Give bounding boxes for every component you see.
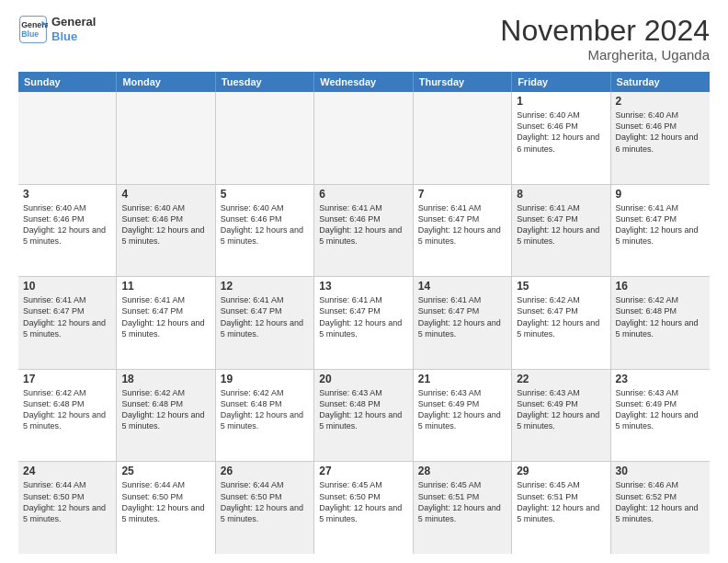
- title-block: November 2024 Margherita, Uganda: [500, 15, 710, 63]
- calendar-cell-day-8: 8Sunrise: 6:41 AM Sunset: 6:47 PM Daylig…: [512, 185, 610, 277]
- day-info: Sunrise: 6:41 AM Sunset: 6:47 PM Dayligh…: [418, 294, 506, 339]
- day-number: 20: [319, 373, 407, 385]
- calendar-header-day-saturday: Saturday: [611, 72, 710, 92]
- calendar-cell-day-19: 19Sunrise: 6:42 AM Sunset: 6:48 PM Dayli…: [216, 370, 314, 462]
- page: General Blue General Blue November 2024 …: [0, 0, 728, 563]
- calendar: SundayMondayTuesdayWednesdayThursdayFrid…: [18, 72, 710, 554]
- day-number: 8: [517, 188, 605, 201]
- day-number: 26: [221, 465, 309, 477]
- calendar-cell-day-11: 11Sunrise: 6:41 AM Sunset: 6:47 PM Dayli…: [117, 277, 215, 369]
- logo-text1: General: [51, 15, 96, 29]
- day-info: Sunrise: 6:42 AM Sunset: 6:48 PM Dayligh…: [221, 387, 309, 432]
- day-info: Sunrise: 6:43 AM Sunset: 6:49 PM Dayligh…: [418, 387, 506, 432]
- day-number: 29: [517, 465, 605, 477]
- calendar-body: 1Sunrise: 6:40 AM Sunset: 6:46 PM Daylig…: [18, 92, 710, 554]
- calendar-cell-day-29: 29Sunrise: 6:45 AM Sunset: 6:51 PM Dayli…: [512, 462, 610, 554]
- day-info: Sunrise: 6:44 AM Sunset: 6:50 PM Dayligh…: [221, 479, 309, 524]
- calendar-cell-day-17: 17Sunrise: 6:42 AM Sunset: 6:48 PM Dayli…: [18, 370, 117, 462]
- day-number: 28: [418, 465, 506, 477]
- calendar-cell-day-16: 16Sunrise: 6:42 AM Sunset: 6:48 PM Dayli…: [611, 277, 710, 369]
- day-number: 17: [23, 373, 111, 385]
- day-number: 5: [221, 188, 309, 201]
- day-info: Sunrise: 6:41 AM Sunset: 6:47 PM Dayligh…: [319, 294, 407, 339]
- logo-text2: Blue: [51, 29, 77, 43]
- calendar-cell-day-20: 20Sunrise: 6:43 AM Sunset: 6:48 PM Dayli…: [314, 370, 413, 462]
- day-number: 14: [418, 280, 506, 293]
- calendar-row-4: 24Sunrise: 6:44 AM Sunset: 6:50 PM Dayli…: [18, 462, 710, 554]
- calendar-cell-day-21: 21Sunrise: 6:43 AM Sunset: 6:49 PM Dayli…: [414, 370, 512, 462]
- calendar-cell-day-2: 2Sunrise: 6:40 AM Sunset: 6:46 PM Daylig…: [611, 92, 710, 184]
- calendar-header-day-sunday: Sunday: [18, 72, 117, 92]
- calendar-header-day-tuesday: Tuesday: [216, 72, 314, 92]
- header: General Blue General Blue November 2024 …: [18, 15, 710, 63]
- calendar-cell-day-9: 9Sunrise: 6:41 AM Sunset: 6:47 PM Daylig…: [611, 185, 710, 277]
- day-info: Sunrise: 6:40 AM Sunset: 6:46 PM Dayligh…: [121, 202, 210, 247]
- logo-text: General Blue: [51, 15, 96, 43]
- calendar-cell-day-24: 24Sunrise: 6:44 AM Sunset: 6:50 PM Dayli…: [18, 462, 117, 554]
- day-info: Sunrise: 6:41 AM Sunset: 6:47 PM Dayligh…: [23, 294, 111, 339]
- calendar-cell-empty-0: [18, 92, 117, 184]
- day-number: 6: [319, 188, 407, 201]
- main-title: November 2024: [500, 15, 710, 47]
- day-number: 23: [616, 373, 705, 385]
- day-info: Sunrise: 6:46 AM Sunset: 6:52 PM Dayligh…: [616, 479, 705, 524]
- day-info: Sunrise: 6:42 AM Sunset: 6:48 PM Dayligh…: [23, 387, 111, 432]
- calendar-cell-day-1: 1Sunrise: 6:40 AM Sunset: 6:46 PM Daylig…: [512, 92, 610, 184]
- calendar-header-day-friday: Friday: [512, 72, 610, 92]
- calendar-header-day-thursday: Thursday: [414, 72, 512, 92]
- svg-text:General: General: [21, 20, 48, 29]
- day-number: 1: [517, 95, 605, 108]
- day-info: Sunrise: 6:40 AM Sunset: 6:46 PM Dayligh…: [517, 109, 605, 155]
- calendar-cell-day-28: 28Sunrise: 6:45 AM Sunset: 6:51 PM Dayli…: [414, 462, 512, 554]
- day-info: Sunrise: 6:43 AM Sunset: 6:49 PM Dayligh…: [616, 387, 705, 432]
- calendar-header-day-wednesday: Wednesday: [314, 72, 413, 92]
- calendar-cell-day-4: 4Sunrise: 6:40 AM Sunset: 6:46 PM Daylig…: [117, 185, 215, 277]
- calendar-cell-day-10: 10Sunrise: 6:41 AM Sunset: 6:47 PM Dayli…: [18, 277, 117, 369]
- day-number: 22: [517, 373, 605, 385]
- day-info: Sunrise: 6:40 AM Sunset: 6:46 PM Dayligh…: [23, 202, 111, 247]
- calendar-cell-empty-4: [414, 92, 512, 184]
- day-number: 24: [23, 465, 111, 477]
- calendar-cell-day-5: 5Sunrise: 6:40 AM Sunset: 6:46 PM Daylig…: [216, 185, 314, 277]
- calendar-cell-day-14: 14Sunrise: 6:41 AM Sunset: 6:47 PM Dayli…: [414, 277, 512, 369]
- day-number: 19: [221, 373, 309, 385]
- day-info: Sunrise: 6:43 AM Sunset: 6:49 PM Dayligh…: [517, 387, 605, 432]
- day-info: Sunrise: 6:44 AM Sunset: 6:50 PM Dayligh…: [23, 479, 111, 524]
- day-number: 16: [616, 280, 705, 293]
- day-number: 12: [221, 280, 309, 293]
- calendar-cell-day-25: 25Sunrise: 6:44 AM Sunset: 6:50 PM Dayli…: [117, 462, 215, 554]
- calendar-cell-day-6: 6Sunrise: 6:41 AM Sunset: 6:46 PM Daylig…: [314, 185, 413, 277]
- day-info: Sunrise: 6:41 AM Sunset: 6:47 PM Dayligh…: [221, 294, 309, 339]
- calendar-cell-day-12: 12Sunrise: 6:41 AM Sunset: 6:47 PM Dayli…: [216, 277, 314, 369]
- day-number: 18: [121, 373, 210, 385]
- calendar-cell-day-7: 7Sunrise: 6:41 AM Sunset: 6:47 PM Daylig…: [414, 185, 512, 277]
- day-number: 25: [121, 465, 210, 477]
- logo: General Blue General Blue: [18, 15, 96, 44]
- day-number: 7: [418, 188, 506, 201]
- calendar-cell-empty-3: [314, 92, 413, 184]
- calendar-row-3: 17Sunrise: 6:42 AM Sunset: 6:48 PM Dayli…: [18, 370, 710, 463]
- calendar-row-0: 1Sunrise: 6:40 AM Sunset: 6:46 PM Daylig…: [18, 92, 710, 185]
- day-number: 4: [121, 188, 210, 201]
- subtitle: Margherita, Uganda: [500, 47, 710, 63]
- day-info: Sunrise: 6:40 AM Sunset: 6:46 PM Dayligh…: [221, 202, 309, 247]
- calendar-cell-empty-1: [117, 92, 215, 184]
- day-number: 30: [616, 465, 705, 477]
- day-info: Sunrise: 6:42 AM Sunset: 6:48 PM Dayligh…: [616, 294, 705, 339]
- calendar-row-1: 3Sunrise: 6:40 AM Sunset: 6:46 PM Daylig…: [18, 185, 710, 278]
- day-number: 27: [319, 465, 407, 477]
- calendar-cell-day-3: 3Sunrise: 6:40 AM Sunset: 6:46 PM Daylig…: [18, 185, 117, 277]
- day-number: 9: [616, 188, 705, 201]
- calendar-header-day-monday: Monday: [117, 72, 215, 92]
- day-number: 15: [517, 280, 605, 293]
- day-number: 2: [616, 95, 705, 108]
- calendar-cell-day-18: 18Sunrise: 6:42 AM Sunset: 6:48 PM Dayli…: [117, 370, 215, 462]
- day-info: Sunrise: 6:41 AM Sunset: 6:47 PM Dayligh…: [418, 202, 506, 247]
- calendar-cell-day-30: 30Sunrise: 6:46 AM Sunset: 6:52 PM Dayli…: [611, 462, 710, 554]
- day-number: 11: [121, 280, 210, 293]
- calendar-cell-day-13: 13Sunrise: 6:41 AM Sunset: 6:47 PM Dayli…: [314, 277, 413, 369]
- day-info: Sunrise: 6:44 AM Sunset: 6:50 PM Dayligh…: [121, 479, 210, 524]
- calendar-cell-day-27: 27Sunrise: 6:45 AM Sunset: 6:50 PM Dayli…: [314, 462, 413, 554]
- calendar-cell-day-15: 15Sunrise: 6:42 AM Sunset: 6:47 PM Dayli…: [512, 277, 610, 369]
- day-info: Sunrise: 6:41 AM Sunset: 6:47 PM Dayligh…: [517, 202, 605, 247]
